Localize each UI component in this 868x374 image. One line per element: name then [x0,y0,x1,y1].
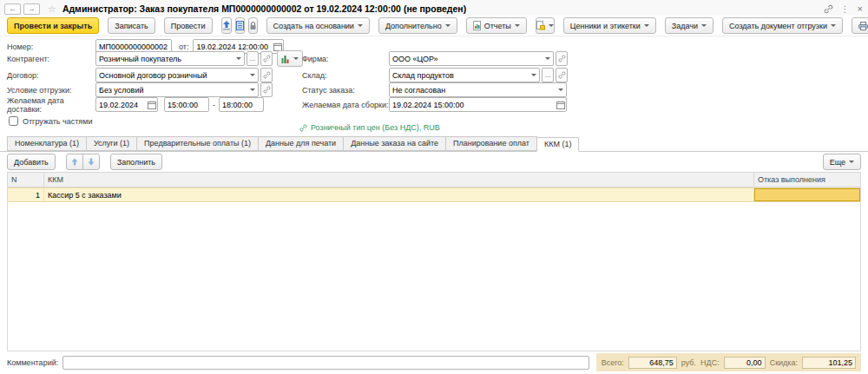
total-value: 648,75 [628,357,677,369]
shipping-condition-field[interactable] [95,82,259,97]
comment-input[interactable] [62,356,589,370]
add-row-button[interactable]: Добавить [7,154,56,170]
favorite-star-icon[interactable]: ☆ [48,3,56,15]
row-number-cell[interactable]: 1 [8,188,44,201]
document-date-input[interactable] [194,43,272,51]
shipping-condition-row: Условие отгрузки: [7,82,273,97]
counterparty-field[interactable] [95,51,245,66]
partial-shipping-checkbox[interactable] [9,116,18,126]
table-row[interactable]: 1 Кассир 5 с заказами [8,187,860,202]
shipping-condition-label: Условие отгрузки: [7,86,95,95]
kebab-menu-icon[interactable]: ⋮ [841,4,850,14]
delivery-time-from-input[interactable] [165,101,208,109]
assembly-date-field[interactable] [389,97,567,112]
company-open-link-button[interactable] [556,51,568,66]
lock-icon-button[interactable] [248,17,258,34]
delivery-time-from-field[interactable] [164,97,209,112]
fill-button[interactable]: Заполнить [110,154,162,170]
order-header-form: Номер: от: Контрагент: ... Д [0,36,868,136]
post-button[interactable]: Провести [164,17,213,34]
tab-print-data[interactable]: Данные для печати [258,136,344,151]
warehouse-input[interactable] [390,71,528,80]
delivery-date-input[interactable] [96,101,146,109]
total-label: Всего: [602,358,624,367]
order-status-row: Статус заказа: [302,82,567,97]
chevron-down-icon[interactable] [247,69,258,82]
warehouse-open-link-button[interactable] [556,68,568,82]
tab-payment-planning[interactable]: Планирование оплат [445,136,537,151]
company-input[interactable] [390,55,542,63]
delivery-time-to-input[interactable] [220,101,263,109]
assembly-date-label: Желаемая дата сборки: [302,101,389,109]
partial-shipping-row: Отгружать частями [9,114,92,128]
order-status-field[interactable] [389,82,567,97]
customer-order-window: ← → ☆ Администратор: Заказ покупателя МП… [0,0,868,374]
company-field[interactable] [389,51,554,66]
column-header-kkm[interactable]: ККМ [44,173,754,187]
dropdown-caret-icon [293,57,299,60]
close-icon[interactable]: × [858,3,863,14]
currency-label: руб. [681,358,696,367]
chevron-down-icon[interactable] [233,52,244,65]
move-up-button[interactable] [66,154,83,170]
get-link-icon[interactable] [824,4,833,14]
dropdown-caret-icon [358,24,363,27]
contract-field[interactable] [95,68,259,82]
warehouse-field[interactable] [389,68,540,82]
contract-row: Договор: [7,68,273,82]
tasks-button[interactable]: Задачи [665,17,713,34]
tab-services[interactable]: Услуги (1) [86,136,137,151]
create-based-on-label: Создать на основании [273,22,354,30]
row-refusal-cell[interactable] [754,188,860,201]
delivery-date-field[interactable] [95,97,158,112]
print-button[interactable]: Печать [852,17,868,34]
post-document-icon-button[interactable] [221,17,232,34]
counterparty-input[interactable] [96,55,233,63]
tab-site-order-data[interactable]: Данные заказа на сайте [343,136,446,151]
grid-more-button[interactable]: Еще [823,154,861,170]
chevron-down-icon[interactable] [555,83,566,96]
chevron-down-icon[interactable] [247,83,258,96]
save-button[interactable]: Записать [108,17,155,34]
reports-button[interactable]: Отчеты [466,17,527,34]
number-label: Номер: [7,43,95,51]
contract-open-link-button[interactable] [260,68,273,82]
order-status-label: Статус заказа: [302,86,389,95]
counterparty-choose-button[interactable]: ... [247,51,259,66]
warehouse-choose-button[interactable]: ... [542,68,554,82]
additional-button[interactable]: Дополнительно [378,17,457,34]
tab-nomenclature[interactable]: Номенклатура (1) [7,136,87,151]
counterparty-dossier-button[interactable] [277,50,303,67]
price-type-link[interactable]: Розничный тип цен (Без НДС), RUB [299,123,440,132]
create-shipping-document-button[interactable]: Создать документ отгрузки [722,17,843,34]
post-and-close-button[interactable]: Провести и закрыть [7,17,99,34]
back-button[interactable]: ← [4,3,21,15]
tab-prepayments[interactable]: Предварительные оплаты (1) [136,136,259,151]
calendar-icon[interactable] [146,98,157,111]
tab-kkm[interactable]: ККМ (1) [536,137,579,152]
column-header-refusal[interactable]: Отказ выполнения [754,173,860,187]
shipping-condition-open-link-button[interactable] [260,82,273,97]
linked-document-icon-button[interactable] [536,17,555,34]
tasks-label: Задачи [672,22,698,30]
dropdown-caret-icon [445,24,450,27]
chevron-down-icon[interactable] [528,69,539,82]
main-toolbar: Провести и закрыть Записать Провести Соз… [0,16,868,36]
document-card-icon-button[interactable] [235,17,245,34]
chevron-down-icon[interactable] [542,52,553,65]
delivery-time-to-field[interactable] [219,97,264,112]
contract-input[interactable] [96,71,247,80]
price-tags-button[interactable]: Ценники и этикетки [563,17,656,34]
shipping-condition-input[interactable] [96,86,247,95]
move-down-button[interactable] [82,154,100,170]
calendar-icon[interactable] [555,98,566,111]
assembly-date-input[interactable] [390,101,555,109]
row-kkm-cell[interactable]: Кассир 5 с заказами [44,188,754,201]
order-status-input[interactable] [390,86,555,95]
column-header-n[interactable]: N [8,173,44,187]
table-empty-area[interactable] [8,202,860,351]
number-input[interactable] [96,43,171,51]
create-based-on-button[interactable]: Создать на основании [266,17,370,34]
forward-button[interactable]: → [23,3,40,15]
counterparty-open-link-button[interactable] [260,51,273,66]
